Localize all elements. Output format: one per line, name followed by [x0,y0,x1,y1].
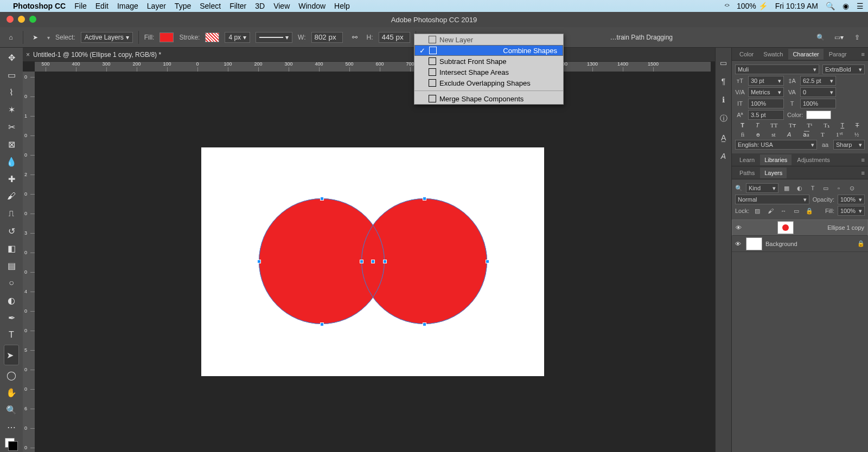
marquee-tool[interactable]: ▭ [4,67,19,82]
font-family-dropdown[interactable]: Muli▾ [735,64,819,74]
menu-window[interactable]: Window [298,2,326,10]
selection-handle[interactable] [423,197,426,201]
font-size-input[interactable]: 30 pt▾ [748,76,784,86]
share-icon[interactable]: ⇪ [851,31,864,44]
app-name[interactable]: Photoshop CC [13,2,66,10]
width-input[interactable] [311,32,343,43]
selection-handle[interactable] [371,260,375,263]
stylistic-button[interactable]: a͞a [803,131,809,138]
menu-layer[interactable]: Layer [147,2,166,10]
layer-opacity-input[interactable]: 100%▾ [838,195,865,204]
brush-tool[interactable]: 🖌 [4,189,19,204]
paragraph-panel-icon[interactable]: ¶ [722,77,726,86]
dodge-tool[interactable]: ◐ [4,293,19,308]
vertical-ruler[interactable]: 00100200300400500600 [23,72,35,452]
healing-tool[interactable]: ✚ [4,171,19,186]
layer-row[interactable]: 👁 Background 🔒 [732,236,868,252]
lasso-tool[interactable]: ⌇ [4,85,19,100]
window-minimize[interactable] [18,16,25,23]
italic-button[interactable]: T [756,122,760,129]
filter-type-icon[interactable]: T [808,185,818,191]
gradient-tool[interactable]: ▤ [4,258,19,273]
menu-filter[interactable]: Filter [229,2,246,10]
history-brush-tool[interactable]: ↺ [4,223,19,238]
window-close[interactable] [7,16,14,23]
menu-3d[interactable]: 3D [255,2,265,10]
tab-color[interactable]: Color [735,49,758,60]
leading-input[interactable]: 62.5 pt▾ [800,76,836,86]
layer-filter-dropdown[interactable]: Kind▾ [746,183,778,193]
type-panel-icon[interactable]: A [721,152,726,161]
hscale-input[interactable]: 100% [800,99,836,108]
lock-all-icon[interactable]: 🔒 [805,208,814,215]
filter-toggle[interactable]: ⊙ [847,185,857,192]
allcaps-button[interactable]: TT [770,122,777,129]
visibility-icon[interactable]: 👁 [735,241,743,247]
layer-thumbnail[interactable] [746,237,762,250]
tool-preset-dropdown[interactable] [47,34,50,41]
panel-menu-icon[interactable]: ≡ [861,170,868,176]
ligatures-button[interactable]: fi [741,131,745,138]
menu-edit[interactable]: Edit [95,2,108,10]
filter-adj-icon[interactable]: ◐ [795,185,805,192]
frame-tool[interactable]: ⊠ [4,137,19,152]
menu-help[interactable]: Help [334,2,350,10]
layer-row[interactable]: 👁 Ellipse 1 copy [732,219,868,236]
type-tool[interactable]: T [4,327,19,343]
tab-close-icon[interactable]: × [26,51,30,59]
eyedropper-tool[interactable]: 💧 [4,154,19,169]
window-zoom[interactable] [29,16,36,23]
layer-name[interactable]: Background [765,241,797,247]
artboard[interactable] [201,147,544,376]
layer-fill-input[interactable]: 100%▾ [838,206,865,216]
tab-character[interactable]: Character [788,49,823,60]
shape-tool[interactable]: ◯ [4,367,19,383]
fractions-button[interactable]: ½ [854,131,859,138]
bold-button[interactable]: T [741,122,744,129]
menu-icon[interactable]: ☰ [857,2,864,10]
home-icon[interactable]: ⌂ [4,31,17,44]
selection-handle[interactable] [423,322,426,326]
path-select-tool-icon[interactable]: ➤ [29,31,42,44]
selection-handle[interactable] [383,260,387,263]
tab-swatch[interactable]: Swatch [759,49,787,60]
kerning-dropdown[interactable]: Metrics▾ [748,87,784,97]
filter-pixel-icon[interactable]: ▩ [782,185,792,192]
zoom-tool[interactable]: 🔍 [4,402,19,417]
superscript-button[interactable]: T¹ [807,122,812,129]
link-wh-icon[interactable]: ⚯ [348,31,361,44]
styles-panel-icon[interactable]: A̲ [721,133,726,142]
stroke-width-input[interactable]: 4 px▾ [225,32,250,43]
contextual-button[interactable]: ɵ [756,131,760,138]
strike-button[interactable]: T [856,122,859,129]
hand-tool[interactable]: ✋ [4,385,19,400]
fill-swatch[interactable] [159,33,174,42]
height-input[interactable] [379,32,410,43]
move-tool[interactable]: ✥ [4,50,19,65]
search-icon[interactable]: 🔍 [814,31,827,44]
layer-name[interactable]: Ellipse 1 copy [827,224,864,231]
subscript-button[interactable]: T₁ [824,122,829,129]
tab-paragraph[interactable]: Paragr [825,49,851,60]
selection-handle[interactable] [360,260,363,263]
underline-button[interactable]: T [840,122,844,129]
tracking-input[interactable]: 0▾ [800,87,836,97]
selection-handle[interactable] [257,260,261,263]
tab-paths[interactable]: Paths [735,167,759,178]
quick-select-tool[interactable]: ✶ [4,102,19,117]
menu-view[interactable]: View [273,2,290,10]
pen-tool[interactable]: ✒ [4,310,19,325]
tab-layers[interactable]: Layers [760,167,787,178]
selection-handle[interactable] [486,260,489,263]
menuitem-combine-shapes[interactable]: ✓ Combine Shapes [414,45,563,56]
antialias-dropdown[interactable]: Sharp▾ [833,140,865,150]
ordinals-button[interactable]: 1ˢᵗ [836,131,843,138]
glyphs-panel-icon[interactable]: ℹ [722,95,725,104]
lock-art-icon[interactable]: ▭ [792,208,801,215]
blend-mode-dropdown[interactable]: Normal▾ [735,195,809,204]
eraser-tool[interactable]: ◧ [4,241,19,256]
smallcaps-button[interactable]: Tᴛ [789,122,796,129]
menuitem-subtract-front[interactable]: Subtract Front Shape [414,56,563,67]
vscale-input[interactable]: 100% [748,99,784,108]
horizontal-ruler[interactable]: 5004003002001000100200300400500600700800… [35,62,711,72]
